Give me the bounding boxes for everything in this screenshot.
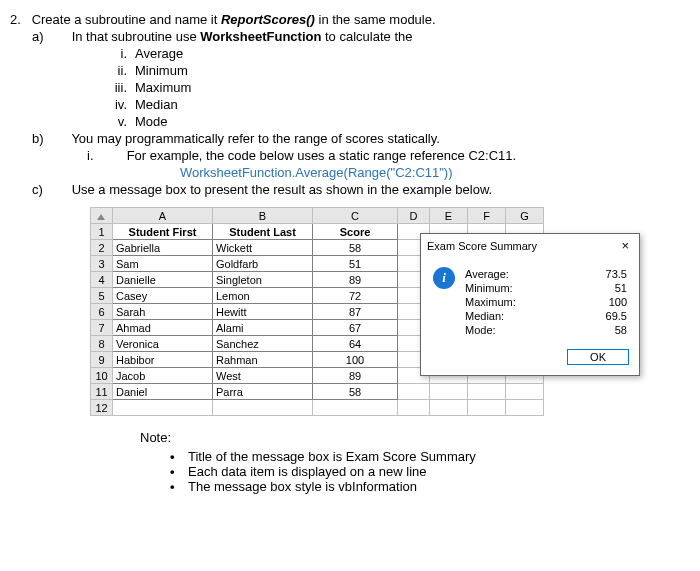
- col-header[interactable]: E: [430, 208, 468, 224]
- marker-b: b): [50, 131, 68, 146]
- note-item: The message box style is vbInformation: [170, 479, 670, 494]
- cell[interactable]: Danielle: [113, 272, 213, 288]
- row-header[interactable]: 5: [91, 288, 113, 304]
- cell[interactable]: West: [213, 368, 313, 384]
- row-header[interactable]: 11: [91, 384, 113, 400]
- cell[interactable]: 64: [313, 336, 398, 352]
- cell[interactable]: Alami: [213, 320, 313, 336]
- stat-label: Mode:: [465, 323, 496, 337]
- cell[interactable]: 89: [313, 272, 398, 288]
- item-b-i: i. For example, the code below uses a st…: [123, 148, 670, 163]
- cell[interactable]: Veronica: [113, 336, 213, 352]
- q-text-post: in the same module.: [315, 12, 436, 27]
- cell[interactable]: 87: [313, 304, 398, 320]
- info-icon: i: [433, 267, 455, 289]
- col-header[interactable]: D: [398, 208, 430, 224]
- cell[interactable]: Sanchez: [213, 336, 313, 352]
- cell[interactable]: 100: [313, 352, 398, 368]
- roman-item: ii.Minimum: [135, 63, 670, 78]
- cell[interactable]: 58: [313, 240, 398, 256]
- stat-value: 58: [615, 323, 627, 337]
- code-example: WorksheetFunction.Average(Range("C2:C11"…: [180, 165, 670, 180]
- triangle-icon: [97, 214, 105, 220]
- cell[interactable]: 58: [313, 384, 398, 400]
- col-header[interactable]: F: [468, 208, 506, 224]
- select-all-cell[interactable]: [91, 208, 113, 224]
- cell[interactable]: Student Last: [213, 224, 313, 240]
- col-header-row: A B C D E F G: [91, 208, 544, 224]
- close-icon[interactable]: ×: [617, 238, 633, 253]
- cell[interactable]: Daniel: [113, 384, 213, 400]
- roman-item: v.Mode: [135, 114, 670, 129]
- row-header[interactable]: 2: [91, 240, 113, 256]
- cell[interactable]: Jacob: [113, 368, 213, 384]
- col-header[interactable]: A: [113, 208, 213, 224]
- c-text: Use a message box to present the result …: [72, 182, 493, 197]
- q-text-pre: Create a subroutine and name it: [32, 12, 221, 27]
- stat-label: Average:: [465, 267, 509, 281]
- roman-item: iv.Median: [135, 97, 670, 112]
- col-header[interactable]: B: [213, 208, 313, 224]
- table-row: 11 Daniel Parra 58: [91, 384, 544, 400]
- row-header[interactable]: 4: [91, 272, 113, 288]
- item-c: c) Use a message box to present the resu…: [68, 182, 670, 197]
- cell[interactable]: 67: [313, 320, 398, 336]
- cell[interactable]: Rahman: [213, 352, 313, 368]
- cell[interactable]: Hewitt: [213, 304, 313, 320]
- roman-item: i.Average: [135, 46, 670, 61]
- notes-heading: Note:: [140, 430, 670, 445]
- row-header[interactable]: 12: [91, 400, 113, 416]
- note-item: Title of the message box is Exam Score S…: [170, 449, 670, 464]
- col-header[interactable]: G: [506, 208, 544, 224]
- cell[interactable]: 72: [313, 288, 398, 304]
- question-2: 2. Create a subroutine and name it Repor…: [10, 12, 670, 27]
- cell[interactable]: Casey: [113, 288, 213, 304]
- b-text: You may programmatically refer to the ra…: [71, 131, 440, 146]
- row-header[interactable]: 7: [91, 320, 113, 336]
- cell[interactable]: 51: [313, 256, 398, 272]
- notes-block: Note: Title of the message box is Exam S…: [140, 430, 670, 494]
- col-header[interactable]: C: [313, 208, 398, 224]
- row-header[interactable]: 3: [91, 256, 113, 272]
- cell[interactable]: Wickett: [213, 240, 313, 256]
- q-number: 2.: [10, 12, 28, 27]
- marker-c: c): [50, 182, 68, 197]
- row-header[interactable]: 9: [91, 352, 113, 368]
- stat-value: 100: [609, 295, 627, 309]
- cell[interactable]: Student First: [113, 224, 213, 240]
- cell[interactable]: 89: [313, 368, 398, 384]
- q-sub-name: ReportScores(): [221, 12, 315, 27]
- marker-a: a): [50, 29, 68, 44]
- msgbox-title: Exam Score Summary: [427, 240, 537, 252]
- msgbox-titlebar: Exam Score Summary ×: [421, 234, 639, 257]
- stat-value: 51: [615, 281, 627, 295]
- row-header[interactable]: 10: [91, 368, 113, 384]
- cell[interactable]: Goldfarb: [213, 256, 313, 272]
- cell[interactable]: Score: [313, 224, 398, 240]
- cell[interactable]: Lemon: [213, 288, 313, 304]
- message-box: Exam Score Summary × i Average:73.5 Mini…: [420, 233, 640, 376]
- stat-value: 73.5: [606, 267, 627, 281]
- note-item: Each data item is displayed on a new lin…: [170, 464, 670, 479]
- cell[interactable]: Parra: [213, 384, 313, 400]
- item-a: a) In that subroutine use WorksheetFunct…: [68, 29, 670, 44]
- stat-label: Minimum:: [465, 281, 513, 295]
- cell[interactable]: Sarah: [113, 304, 213, 320]
- ok-button[interactable]: OK: [567, 349, 629, 365]
- a-text-post: to calculate the: [321, 29, 412, 44]
- table-row: 12: [91, 400, 544, 416]
- a-wf: WorksheetFunction: [200, 29, 321, 44]
- cell[interactable]: Sam: [113, 256, 213, 272]
- row-header[interactable]: 1: [91, 224, 113, 240]
- cell[interactable]: Ahmad: [113, 320, 213, 336]
- a-text-pre: In that subroutine use: [72, 29, 201, 44]
- stat-label: Median:: [465, 309, 504, 323]
- msgbox-stats: Average:73.5 Minimum:51 Maximum:100 Medi…: [465, 267, 627, 337]
- cell[interactable]: Habibor: [113, 352, 213, 368]
- row-header[interactable]: 8: [91, 336, 113, 352]
- row-header[interactable]: 6: [91, 304, 113, 320]
- cell[interactable]: Gabriella: [113, 240, 213, 256]
- roman-item: iii.Maximum: [135, 80, 670, 95]
- notes-list: Title of the message box is Exam Score S…: [170, 449, 670, 494]
- cell[interactable]: Singleton: [213, 272, 313, 288]
